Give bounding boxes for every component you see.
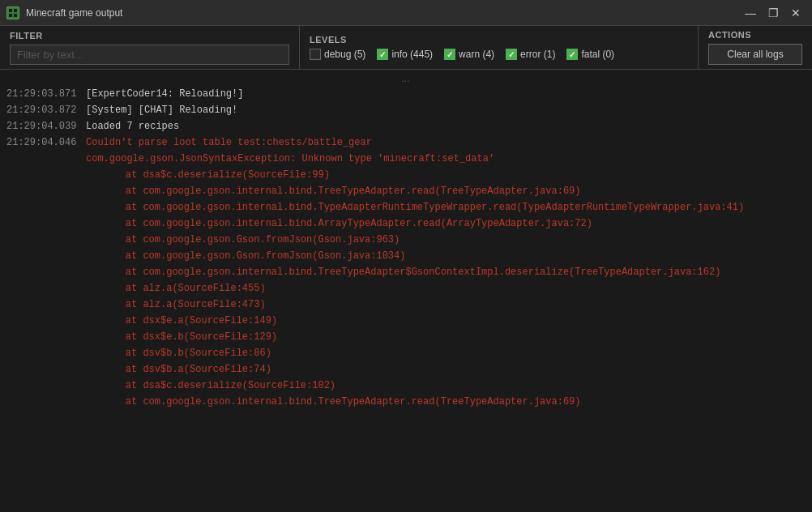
log-line: at dsa$c.deserialize(SourceFile:99) [0,167,812,183]
window-title: Minecraft game output [26,7,734,19]
log-message: at dsv$b.a(SourceFile:74) [86,362,806,377]
log-timestamp [6,168,79,182]
log-timestamp [6,330,79,344]
toolbar: FILTER LEVELS debug (5)✓info (445)✓warn … [0,26,812,70]
level-item-error[interactable]: ✓error (1) [506,49,555,60]
checkbox-warn[interactable]: ✓ [444,49,455,60]
level-label-warn: warn (4) [459,49,494,60]
titlebar: Minecraft game output — ❐ ✕ [0,0,812,26]
levels-section: LEVELS debug (5)✓info (445)✓warn (4)✓err… [300,26,699,69]
log-timestamp [6,362,79,377]
log-message: at alz.a(SourceFile:455) [86,281,806,296]
log-line: 21:29:04.046Couldn't parse loot table te… [0,134,812,151]
log-line: at alz.a(SourceFile:455) [0,280,812,297]
log-message: at com.google.gson.internal.bind.TypeAda… [86,200,806,215]
log-line: com.google.gson.JsonSyntaxException: Unk… [0,151,812,167]
log-line: at com.google.gson.Gson.fromJson(Gson.ja… [0,232,812,248]
level-label-info: info (445) [391,49,433,60]
levels-label: LEVELS [310,35,688,45]
log-line: at com.google.gson.internal.bind.ArrayTy… [0,215,812,232]
app-icon [6,6,19,19]
log-timestamp [6,151,79,166]
log-message: Loaded 7 recipes [86,119,806,134]
level-item-warn[interactable]: ✓warn (4) [444,49,494,60]
log-message: at dsa$c.deserialize(SourceFile:99) [86,168,806,182]
log-message: at com.google.gson.internal.bind.TreeTyp… [86,395,806,409]
log-timestamp [6,184,79,198]
log-message: at com.google.gson.internal.bind.ArrayTy… [86,216,806,231]
log-message: at com.google.gson.Gson.fromJson(Gson.ja… [86,233,806,247]
log-timestamp [6,314,79,328]
filter-section: FILTER [0,26,300,69]
maximize-button[interactable]: ❐ [763,5,783,21]
svg-rect-1 [9,9,12,12]
level-label-fatal: fatal (0) [581,49,614,60]
log-timestamp: 21:29:04.039 [6,119,79,134]
log-message: [System] [CHAT] Reloading! [86,103,806,117]
minimize-button[interactable]: — [741,5,760,21]
window-controls: — ❐ ✕ [741,5,806,21]
log-message: at dsa$c.deserialize(SourceFile:102) [86,378,806,393]
svg-rect-2 [14,9,17,12]
log-message: at dsv$b.b(SourceFile:86) [86,346,806,361]
level-label-debug: debug (5) [324,49,365,60]
log-line: at alz.a(SourceFile:473) [0,297,812,313]
log-message: [ExpertCoder14: Reloading!] [86,87,806,101]
log-line: at dsa$c.deserialize(SourceFile:102) [0,378,812,394]
log-timestamp [6,395,79,409]
log-message: at alz.a(SourceFile:473) [86,297,806,312]
actions-label: ACTIONS [708,30,802,40]
log-timestamp [6,281,79,296]
filter-input[interactable] [10,45,289,65]
log-timestamp [6,297,79,312]
log-message: at com.google.gson.internal.bind.TreeTyp… [86,265,806,279]
log-line: at com.google.gson.internal.bind.TreeTyp… [0,394,812,410]
level-label-error: error (1) [520,49,555,60]
log-timestamp [6,378,79,393]
log-line: at dsv$b.a(SourceFile:74) [0,361,812,378]
log-line: 21:29:03.872[System] [CHAT] Reloading! [0,102,812,118]
actions-section: ACTIONS Clear all logs [699,26,812,69]
log-line: at dsv$b.b(SourceFile:86) [0,345,812,361]
log-timestamp: 21:29:04.046 [6,135,79,150]
log-timestamp [6,200,79,215]
level-item-debug[interactable]: debug (5) [310,49,365,60]
log-message: at com.google.gson.Gson.fromJson(Gson.ja… [86,249,806,263]
log-line: 21:29:03.871[ExpertCoder14: Reloading!] [0,86,812,102]
log-line: at com.google.gson.internal.bind.TypeAda… [0,199,812,215]
log-timestamp: 21:29:03.871 [6,87,79,101]
log-timestamp [6,216,79,231]
log-message: at dsx$e.a(SourceFile:149) [86,314,806,328]
filter-label: FILTER [10,31,289,41]
clear-all-logs-button[interactable]: Clear all logs [708,44,802,65]
log-line: at dsx$e.a(SourceFile:149) [0,313,812,329]
log-message: Couldn't parse loot table test:chests/ba… [86,135,806,150]
checkbox-info[interactable]: ✓ [377,49,388,60]
checkbox-debug[interactable] [310,49,321,60]
level-item-fatal[interactable]: ✓fatal (0) [566,49,614,60]
levels-row: debug (5)✓info (445)✓warn (4)✓error (1)✓… [310,49,688,60]
log-timestamp [6,233,79,247]
log-line: at dsx$e.b(SourceFile:129) [0,329,812,345]
log-timestamp: 21:29:03.872 [6,103,79,117]
log-line: at com.google.gson.Gson.fromJson(Gson.ja… [0,248,812,264]
scroll-hint: ... [0,71,812,86]
log-line: at com.google.gson.internal.bind.TreeTyp… [0,264,812,280]
close-button[interactable]: ✕ [786,5,806,21]
svg-rect-3 [9,14,12,17]
checkbox-fatal[interactable]: ✓ [566,49,578,60]
checkbox-error[interactable]: ✓ [506,49,517,60]
log-timestamp [6,265,79,279]
log-timestamp [6,249,79,263]
log-message: at dsx$e.b(SourceFile:129) [86,330,806,344]
svg-rect-4 [14,14,17,17]
log-line: 21:29:04.039Loaded 7 recipes [0,118,812,134]
level-item-info[interactable]: ✓info (445) [377,49,433,60]
log-line: at com.google.gson.internal.bind.TreeTyp… [0,183,812,199]
log-timestamp [6,346,79,361]
log-message: at com.google.gson.internal.bind.TreeTyp… [86,184,806,198]
log-area[interactable]: ...21:29:03.871[ExpertCoder14: Reloading… [0,70,812,512]
log-message: com.google.gson.JsonSyntaxException: Unk… [86,151,806,166]
